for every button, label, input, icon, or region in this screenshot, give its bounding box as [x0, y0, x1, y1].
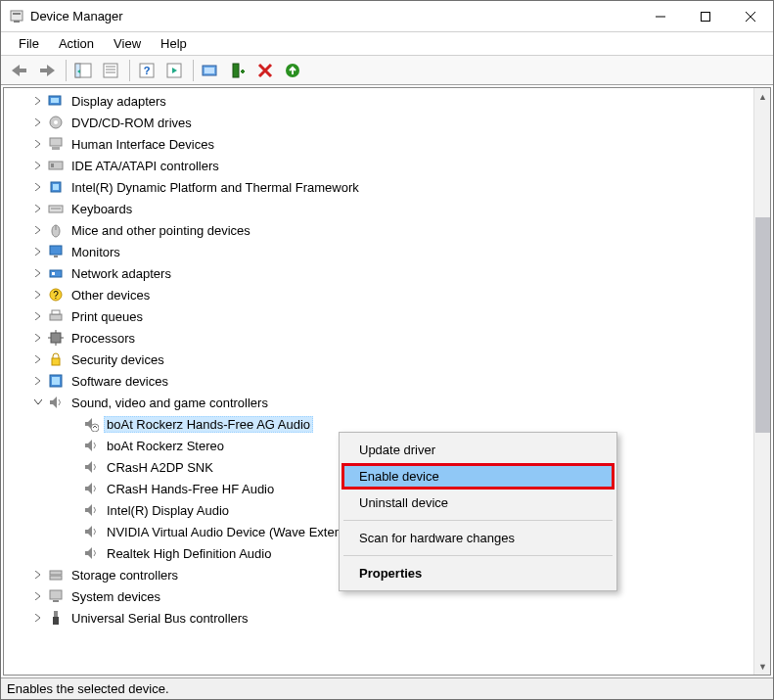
- tree-node-security[interactable]: Security devices: [4, 349, 753, 370]
- update-driver-button[interactable]: [280, 58, 305, 83]
- tree-node-usb[interactable]: Universal Serial Bus controllers: [4, 607, 753, 629]
- tree-node-dvd[interactable]: DVD/CD-ROM drives: [4, 112, 753, 133]
- tree-node-label: boAt Rockerz Stereo: [104, 438, 227, 454]
- tree-node-label: Intel(R) Display Audio: [104, 502, 232, 519]
- svg-rect-39: [54, 256, 58, 257]
- svg-rect-60: [53, 617, 59, 625]
- tree-node-label: Intel(R) Dynamic Platform and Thermal Fr…: [68, 179, 362, 196]
- chevron-right-icon[interactable]: [31, 309, 45, 323]
- tree-node-hid[interactable]: Human Interface Devices: [4, 133, 753, 155]
- svg-point-27: [54, 120, 58, 124]
- action-button[interactable]: [161, 58, 187, 83]
- ctx-uninstall-device[interactable]: Uninstall device: [341, 490, 615, 516]
- tree-node-keyboards[interactable]: Keyboards: [4, 198, 753, 219]
- chevron-right-icon[interactable]: [31, 374, 45, 388]
- tree-node-processors[interactable]: Processors: [4, 327, 753, 349]
- chevron-right-icon[interactable]: [31, 568, 45, 582]
- toolbar-separator: [129, 60, 130, 81]
- system-device-icon: [47, 587, 65, 605]
- scan-hardware-button[interactable]: [198, 58, 223, 83]
- chevron-right-icon[interactable]: [31, 288, 45, 302]
- tree-node-monitors[interactable]: Monitors: [4, 241, 753, 262]
- chevron-right-icon[interactable]: [31, 202, 45, 215]
- ctx-enable-device[interactable]: Enable device: [341, 463, 615, 490]
- uninstall-button[interactable]: [252, 58, 278, 83]
- tree-node-label: Keyboards: [68, 201, 135, 217]
- minimize-button[interactable]: [638, 1, 683, 32]
- security-device-icon: [47, 350, 65, 368]
- mouse-icon: [47, 221, 65, 239]
- chevron-right-icon[interactable]: [31, 223, 45, 237]
- tree-node-mice[interactable]: Mice and other pointing devices: [4, 219, 753, 241]
- properties-button[interactable]: [98, 58, 123, 83]
- scrollbar-thumb[interactable]: [755, 217, 770, 433]
- scroll-down-arrow-icon[interactable]: ▼: [754, 658, 771, 675]
- chevron-right-icon[interactable]: [31, 352, 45, 366]
- tree-node-label: DVD/CD-ROM drives: [68, 115, 195, 131]
- svg-rect-40: [50, 270, 62, 277]
- chevron-right-icon[interactable]: [31, 159, 45, 172]
- tree-node-network[interactable]: Network adapters: [4, 262, 753, 284]
- svg-rect-41: [52, 272, 55, 275]
- tree-node-display-adapters[interactable]: Display adapters: [4, 90, 753, 112]
- storage-controller-icon: [47, 566, 65, 583]
- scroll-up-arrow-icon[interactable]: ▲: [754, 88, 771, 105]
- tree-node-label: Other devices: [68, 287, 153, 303]
- chevron-down-icon[interactable]: [31, 396, 45, 409]
- tree-node-software[interactable]: Software devices: [4, 370, 753, 392]
- chevron-right-icon[interactable]: [31, 245, 45, 258]
- toolbar-separator: [66, 60, 67, 81]
- tree-node-ide[interactable]: IDE ATA/ATAPI controllers: [4, 155, 753, 176]
- tree-node-label: Software devices: [68, 373, 171, 390]
- tree-node-intel-dptf[interactable]: Intel(R) Dynamic Platform and Thermal Fr…: [4, 176, 753, 198]
- nav-back-button[interactable]: [7, 58, 32, 83]
- ctx-scan-hardware[interactable]: Scan for hardware changes: [341, 525, 615, 551]
- svg-rect-55: [50, 571, 62, 575]
- svg-rect-1: [13, 13, 21, 15]
- menu-action[interactable]: Action: [49, 34, 104, 53]
- speaker-icon: [82, 437, 100, 454]
- nav-forward-button[interactable]: [34, 58, 60, 83]
- chevron-right-icon[interactable]: [31, 611, 45, 625]
- maximize-button[interactable]: [683, 1, 728, 32]
- speaker-icon: [82, 458, 100, 476]
- speaker-icon: [82, 480, 100, 497]
- chevron-right-icon[interactable]: [31, 94, 45, 108]
- printer-icon: [47, 307, 65, 325]
- tree-node-print-queues[interactable]: Print queues: [4, 305, 753, 327]
- svg-rect-59: [54, 611, 58, 617]
- chevron-right-icon[interactable]: [31, 266, 45, 280]
- tree-node-other[interactable]: ? Other devices: [4, 284, 753, 305]
- tree-node-label: CRasH A2DP SNK: [104, 459, 216, 476]
- chevron-right-icon[interactable]: [31, 331, 45, 345]
- toolbar: ?: [1, 56, 773, 85]
- svg-rect-12: [104, 64, 117, 77]
- vertical-scrollbar[interactable]: ▲ ▼: [753, 88, 770, 675]
- svg-rect-25: [51, 98, 59, 103]
- svg-rect-4: [702, 12, 710, 21]
- svg-rect-2: [14, 21, 20, 23]
- usb-icon: [47, 609, 65, 627]
- menu-help[interactable]: Help: [151, 34, 197, 53]
- svg-rect-56: [50, 576, 62, 580]
- speaker-disabled-icon: [82, 415, 100, 433]
- svg-rect-58: [53, 600, 59, 602]
- show-hide-tree-button[interactable]: [70, 58, 96, 83]
- chevron-right-icon[interactable]: [31, 589, 45, 603]
- device-tree: Display adapters DVD/CD-ROM drives Human…: [3, 87, 771, 676]
- help-button[interactable]: ?: [134, 58, 159, 83]
- toolbar-separator: [193, 60, 194, 81]
- menu-file[interactable]: File: [9, 34, 49, 53]
- svg-text:?: ?: [53, 290, 59, 301]
- chevron-right-icon[interactable]: [31, 116, 45, 129]
- ctx-update-driver[interactable]: Update driver: [341, 437, 615, 463]
- chevron-right-icon[interactable]: [31, 137, 45, 151]
- add-legacy-hardware-button[interactable]: [225, 58, 250, 83]
- menu-view[interactable]: View: [104, 34, 151, 53]
- chevron-right-icon[interactable]: [31, 180, 45, 194]
- tree-node-sound[interactable]: Sound, video and game controllers: [4, 392, 753, 413]
- svg-rect-22: [233, 64, 239, 77]
- ctx-properties[interactable]: Properties: [341, 560, 615, 586]
- close-button[interactable]: [728, 1, 773, 32]
- svg-rect-45: [52, 310, 60, 314]
